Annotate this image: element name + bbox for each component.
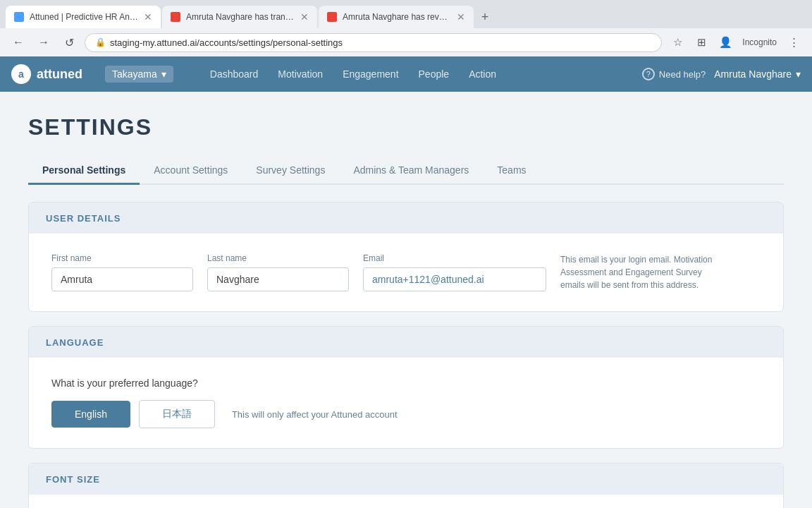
user-details-body: First name Last name Email This email is…	[29, 234, 783, 311]
nav-motivation[interactable]: Motivation	[269, 64, 331, 84]
bookmark-button[interactable]: ☆	[668, 32, 687, 52]
email-group: Email	[363, 253, 546, 291]
tab-close-1[interactable]: ✕	[144, 11, 152, 23]
lock-icon: 🔒	[95, 37, 106, 47]
language-question: What is your preferred language?	[51, 377, 761, 389]
english-button[interactable]: English	[51, 401, 130, 428]
page-title: SETTINGS	[28, 114, 784, 140]
org-name: Takayama	[112, 68, 157, 80]
tab-favicon-3	[327, 12, 337, 22]
nav-people[interactable]: People	[410, 64, 458, 84]
address-text: staging-my.attuned.ai/accounts/settings/…	[110, 37, 343, 48]
extensions-button[interactable]: ⊞	[691, 32, 711, 52]
language-header: LANGUAGE	[29, 327, 783, 358]
reload-button[interactable]: ↺	[59, 32, 79, 52]
email-input[interactable]	[363, 267, 546, 291]
need-help-button[interactable]: ? Need help?	[642, 68, 706, 80]
nav-action[interactable]: Action	[460, 64, 505, 84]
forward-button[interactable]: →	[34, 32, 54, 52]
browser-chrome: Attuned | Predictive HR Analy… ✕ Amruta …	[0, 0, 812, 56]
browser-tab-2[interactable]: Amruta Navghare has transfer… ✕	[162, 6, 317, 28]
user-menu[interactable]: Amruta Navghare ▾	[714, 68, 801, 80]
nav-dashboard[interactable]: Dashboard	[202, 64, 267, 84]
new-tab-button[interactable]: +	[475, 7, 495, 27]
app-logo: a attuned	[11, 64, 82, 84]
address-bar[interactable]: 🔒 staging-my.attuned.ai/accounts/setting…	[85, 33, 662, 52]
tab-favicon-2	[171, 12, 180, 22]
need-help-label: Need help?	[659, 69, 706, 80]
incognito-label: Incognito	[742, 37, 777, 47]
tab-title-2: Amruta Navghare has transfer…	[186, 12, 295, 22]
profile-button[interactable]: 👤	[715, 32, 735, 52]
user-name: Amruta Navghare	[714, 68, 792, 80]
tab-bar: Attuned | Predictive HR Analy… ✕ Amruta …	[0, 0, 812, 28]
email-label: Email	[363, 253, 546, 263]
user-menu-chevron-icon: ▾	[796, 68, 801, 80]
user-details-fields: First name Last name Email This email is…	[51, 253, 761, 291]
tab-title-3: Amruta Navghare has revoked…	[343, 12, 451, 22]
tab-admins-team-managers[interactable]: Admins & Team Managers	[339, 157, 483, 185]
nav-right: ? Need help? Amruta Navghare ▾	[642, 68, 801, 80]
font-size-header: FONT SIZE	[29, 464, 783, 495]
tab-personal-settings[interactable]: Personal Settings	[28, 157, 140, 185]
main-content: SETTINGS Personal Settings Account Setti…	[0, 92, 812, 508]
first-name-input[interactable]	[51, 267, 193, 291]
last-name-group: Last name	[207, 253, 349, 291]
address-actions: ☆ ⊞ 👤 Incognito ⋮	[668, 32, 804, 52]
nav-engagement[interactable]: Engagement	[334, 64, 407, 84]
japanese-button[interactable]: 日本語	[139, 400, 215, 428]
first-name-group: First name	[51, 253, 193, 291]
tab-title-1: Attuned | Predictive HR Analy…	[30, 12, 138, 22]
org-selector[interactable]: Takayama ▾	[105, 66, 173, 83]
language-section: LANGUAGE What is your preferred language…	[28, 326, 784, 449]
font-size-title: FONT SIZE	[46, 474, 100, 485]
tab-survey-settings[interactable]: Survey Settings	[242, 157, 339, 185]
tab-account-settings[interactable]: Account Settings	[140, 157, 242, 185]
logo-text: attuned	[37, 67, 82, 82]
org-chevron-icon: ▾	[161, 68, 166, 80]
last-name-input[interactable]	[207, 267, 349, 291]
last-name-label: Last name	[207, 253, 349, 263]
help-icon: ?	[642, 68, 655, 80]
font-size-body: How would you like the fonts to be displ…	[29, 495, 783, 508]
address-bar-row: ← → ↺ 🔒 staging-my.attuned.ai/accounts/s…	[0, 28, 812, 56]
language-body: What is your preferred language? English…	[29, 358, 783, 448]
app-nav: a attuned Takayama ▾ Dashboard Motivatio…	[0, 56, 812, 92]
email-hint: This email is your login email. Motivati…	[560, 253, 715, 291]
settings-tabs: Personal Settings Account Settings Surve…	[28, 157, 784, 185]
language-hint: This will only affect your Attuned accou…	[232, 409, 398, 420]
language-options: English 日本語 This will only affect your A…	[51, 400, 761, 428]
browser-tab-3[interactable]: Amruta Navghare has revoked… ✕	[319, 6, 474, 28]
user-details-header: USER DETAILS	[29, 202, 783, 234]
tab-teams[interactable]: Teams	[483, 157, 540, 185]
first-name-label: First name	[51, 253, 193, 263]
logo-mark: a	[11, 64, 31, 84]
main-nav: Dashboard Motivation Engagement People A…	[202, 64, 625, 84]
menu-button[interactable]: ⋮	[784, 32, 804, 52]
language-title: LANGUAGE	[46, 337, 104, 348]
tab-close-2[interactable]: ✕	[300, 11, 309, 23]
font-size-section: FONT SIZE How would you like the fonts t…	[28, 463, 784, 508]
user-details-title: USER DETAILS	[46, 213, 121, 224]
back-button[interactable]: ←	[8, 32, 28, 52]
user-details-section: USER DETAILS First name Last name Email …	[28, 202, 784, 312]
browser-tab-1[interactable]: Attuned | Predictive HR Analy… ✕	[6, 6, 161, 28]
tab-favicon-1	[14, 12, 24, 22]
tab-close-3[interactable]: ✕	[457, 11, 465, 23]
